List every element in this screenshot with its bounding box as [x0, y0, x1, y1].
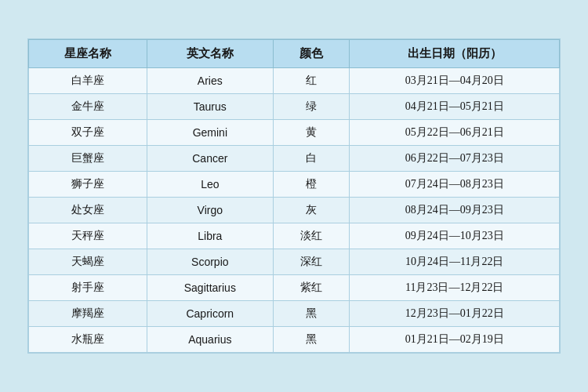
cell-chinese: 白羊座: [29, 68, 147, 94]
cell-english: Leo: [147, 172, 273, 198]
cell-dates: 09月24日—10月23日: [350, 223, 560, 249]
cell-english: Sagittarius: [147, 275, 273, 301]
table-row: 摩羯座Capricorn黑12月23日—01月22日: [29, 301, 560, 327]
zodiac-table-container: 星座名称 英文名称 颜色 出生日期（阳历） 白羊座Aries红03月21日—04…: [27, 38, 561, 354]
cell-english: Capricorn: [147, 301, 273, 327]
cell-english: Scorpio: [147, 249, 273, 275]
cell-chinese: 水瓶座: [29, 327, 147, 353]
col-header-color: 颜色: [274, 40, 350, 68]
cell-english: Aries: [147, 68, 273, 94]
cell-dates: 11月23日—12月22日: [350, 275, 560, 301]
table-row: 白羊座Aries红03月21日—04月20日: [29, 68, 560, 94]
cell-color: 绿: [274, 94, 350, 120]
table-row: 双子座Gemini黄05月22日—06月21日: [29, 120, 560, 146]
cell-color: 黄: [274, 120, 350, 146]
cell-color: 紫红: [274, 275, 350, 301]
cell-chinese: 金牛座: [29, 94, 147, 120]
cell-chinese: 天蝎座: [29, 249, 147, 275]
col-header-chinese: 星座名称: [29, 40, 147, 68]
cell-dates: 12月23日—01月22日: [350, 301, 560, 327]
cell-english: Cancer: [147, 146, 273, 172]
col-header-dates: 出生日期（阳历）: [350, 40, 560, 68]
cell-chinese: 天秤座: [29, 223, 147, 249]
table-row: 狮子座Leo橙07月24日—08月23日: [29, 172, 560, 198]
cell-dates: 04月21日—05月21日: [350, 94, 560, 120]
cell-chinese: 巨蟹座: [29, 146, 147, 172]
cell-dates: 06月22日—07月23日: [350, 146, 560, 172]
cell-color: 红: [274, 68, 350, 94]
cell-chinese: 狮子座: [29, 172, 147, 198]
table-row: 天蝎座Scorpio深红10月24日—11月22日: [29, 249, 560, 275]
cell-dates: 07月24日—08月23日: [350, 172, 560, 198]
cell-color: 灰: [274, 198, 350, 223]
cell-chinese: 双子座: [29, 120, 147, 146]
table-row: 水瓶座Aquarius黑01月21日—02月19日: [29, 327, 560, 353]
cell-dates: 03月21日—04月20日: [350, 68, 560, 94]
cell-color: 深红: [274, 249, 350, 275]
cell-english: Virgo: [147, 198, 273, 223]
cell-chinese: 处女座: [29, 198, 147, 223]
cell-dates: 10月24日—11月22日: [350, 249, 560, 275]
cell-color: 白: [274, 146, 350, 172]
cell-english: Libra: [147, 223, 273, 249]
cell-dates: 05月22日—06月21日: [350, 120, 560, 146]
table-body: 白羊座Aries红03月21日—04月20日金牛座Taurus绿04月21日—0…: [29, 68, 560, 353]
cell-chinese: 射手座: [29, 275, 147, 301]
cell-color: 橙: [274, 172, 350, 198]
cell-english: Aquarius: [147, 327, 273, 353]
col-header-english: 英文名称: [147, 40, 273, 68]
table-row: 金牛座Taurus绿04月21日—05月21日: [29, 94, 560, 120]
table-row: 天秤座Libra淡红09月24日—10月23日: [29, 223, 560, 249]
table-row: 巨蟹座Cancer白06月22日—07月23日: [29, 146, 560, 172]
table-header-row: 星座名称 英文名称 颜色 出生日期（阳历）: [29, 40, 560, 68]
zodiac-table: 星座名称 英文名称 颜色 出生日期（阳历） 白羊座Aries红03月21日—04…: [28, 39, 560, 353]
cell-dates: 08月24日—09月23日: [350, 198, 560, 223]
cell-color: 黑: [274, 301, 350, 327]
cell-chinese: 摩羯座: [29, 301, 147, 327]
cell-english: Gemini: [147, 120, 273, 146]
cell-english: Taurus: [147, 94, 273, 120]
table-row: 射手座Sagittarius紫红11月23日—12月22日: [29, 275, 560, 301]
cell-color: 黑: [274, 327, 350, 353]
cell-color: 淡红: [274, 223, 350, 249]
cell-dates: 01月21日—02月19日: [350, 327, 560, 353]
table-row: 处女座Virgo灰08月24日—09月23日: [29, 198, 560, 223]
